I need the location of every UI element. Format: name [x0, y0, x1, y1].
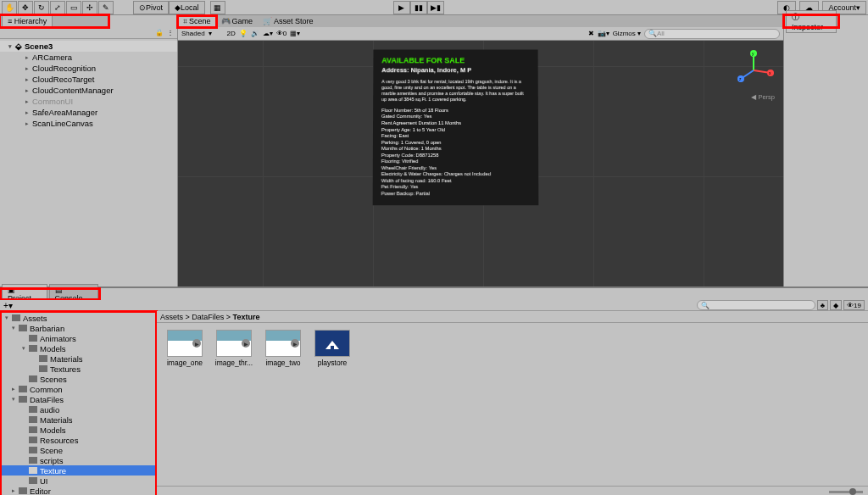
hierarchy-item[interactable]: ScanLineCanvas [0, 118, 177, 129]
project-tree-item[interactable]: scripts [0, 455, 156, 465]
project-content: Assets > DataFiles > Texture ▶ image_one… [157, 311, 868, 495]
gizmos-dropdown[interactable]: Gizmos ▾ [613, 30, 641, 37]
card-detail: Gated Community: Yes [381, 114, 530, 120]
card-address: Address: Nipania, Indore, M P [381, 66, 530, 75]
create-menu[interactable]: +▾ [3, 301, 13, 310]
card-detail: Power Backup: Partial [381, 191, 531, 197]
hierarchy-item[interactable]: ARCamera [0, 52, 177, 63]
rect-tool[interactable]: ▭ [66, 1, 81, 14]
hierarchy-item[interactable]: CommonUI [0, 96, 177, 107]
hierarchy-item[interactable]: SafeAreaManager [0, 107, 177, 118]
hierarchy-item[interactable]: CloudRecognition [0, 63, 177, 74]
project-tree-item[interactable]: DataFiles [0, 394, 156, 404]
move-tool[interactable]: ✥ [18, 1, 33, 14]
asset-thumbnail[interactable]: ▶ image_one [164, 330, 206, 367]
card-detail: Property Code: D8871258 [381, 153, 530, 159]
custom-tool[interactable]: ✎ [98, 1, 114, 14]
project-tree-item[interactable]: Barbarian [0, 323, 156, 333]
pivot-toggle[interactable]: ⊙ Pivot [133, 1, 169, 14]
scene-tab[interactable]: ⌗ Scene [178, 16, 216, 27]
scene-viewport[interactable]: AVAILABLE FOR SALE Address: Nipania, Ind… [178, 41, 783, 286]
audio-toggle[interactable]: 🔊 [251, 30, 259, 37]
grid-toggle[interactable]: ▦▾ [290, 30, 300, 37]
lighting-toggle[interactable]: 💡 [239, 30, 248, 37]
filter-type[interactable]: ◆ [830, 300, 842, 310]
breadcrumb[interactable]: Assets > DataFiles > Texture [157, 311, 868, 323]
project-tree-item[interactable]: audio [0, 404, 156, 414]
card-detail: Property Age: 1 to 5 Year Old [381, 127, 530, 134]
project-tree-item[interactable]: Materials [0, 414, 156, 425]
pause-button[interactable]: ▮▮ [410, 1, 427, 14]
camera-toggle[interactable]: 📷▾ [598, 30, 609, 37]
project-tree-item[interactable]: Models [0, 343, 156, 353]
inspector-tab-bar: ⓘ Inspector [784, 15, 838, 27]
project-tree-item[interactable]: Materials [0, 353, 156, 364]
card-detail: Floor Number: 5th of 18 Floors [381, 108, 530, 114]
inspector-panel: ⓘ Inspector [783, 15, 868, 286]
scene-ui-card: AVAILABLE FOR SALE Address: Nipania, Ind… [373, 49, 539, 205]
project-tree-item[interactable]: Textures [0, 364, 156, 374]
inspector-tab[interactable]: ⓘ Inspector [786, 10, 837, 33]
step-button[interactable]: ▶▮ [427, 1, 444, 14]
card-detail: WheelChair Friendly: Yes [381, 165, 530, 172]
filter-favorites[interactable]: ♣ [817, 300, 828, 310]
card-detail: Width of facing road: 160.0 Feet [381, 178, 531, 185]
hierarchy-panel: ≡ Hierarchy 🔒 ⋮ ⬙Scene3 ARCamera CloudRe… [0, 15, 178, 286]
card-detail: Electricity & Water Charges: Charges not… [381, 171, 530, 178]
asset-thumbnail[interactable]: ▶ image_thr... [213, 330, 255, 367]
project-tree-item[interactable]: Models [0, 425, 156, 435]
scene-toolbar: Shaded▾ 2D 💡 🔊 ☁▾ 👁0 ▦▾ ✖ 📷▾ Gizmos ▾ 🔍 … [178, 27, 783, 41]
card-detail: Rent Agreement Duration 11 Months [381, 120, 530, 127]
card-description: A very good 3 bhk flat for rental; locat… [381, 80, 530, 103]
hidden-toggle[interactable]: 👁0 [276, 30, 287, 37]
main-toolbar: ✋ ✥ ↻ ⤢ ▭ ✢ ✎ ⊙ Pivot ◆ Local ▦ ▶ ▮▮ ▶▮ … [0, 0, 868, 15]
hidden-count[interactable]: 👁19 [843, 300, 865, 310]
project-panel: ▣ Project ▤ Console +▾ 🔍 ♣ ◆ 👁19 Assets … [0, 286, 868, 495]
orientation-gizmo[interactable]: y x z [732, 49, 775, 92]
project-tree-item[interactable]: Common [0, 384, 156, 394]
project-search[interactable]: 🔍 [697, 300, 815, 310]
project-tree-item[interactable]: UI [0, 476, 156, 486]
project-tree-item[interactable]: Resources [0, 435, 156, 445]
card-detail: Pet Friendly: Yes [381, 184, 531, 191]
asset-thumbnail[interactable]: playstore [311, 330, 353, 367]
transform-tool[interactable]: ✢ [82, 1, 97, 14]
asset-store-tab[interactable]: 🛒 Asset Store [258, 16, 319, 26]
scene-root[interactable]: ⬙Scene3 [0, 41, 177, 52]
scene-search[interactable]: 🔍 All [644, 29, 780, 39]
project-tree-item[interactable]: Scene [0, 445, 156, 455]
project-tree-item[interactable]: Animators [0, 333, 156, 343]
hierarchy-tab[interactable]: ≡ Hierarchy [2, 15, 53, 27]
asset-thumbnail[interactable]: ▶ image_two [262, 330, 304, 367]
hand-tool[interactable]: ✋ [2, 1, 17, 14]
thumbnail-size-slider[interactable] [829, 491, 863, 493]
card-detail: Parking: 1 Covered, 0 open [381, 140, 530, 147]
hierarchy-tab-bar: ≡ Hierarchy [0, 15, 108, 27]
snap-toggle[interactable]: ▦ [210, 1, 225, 14]
project-tree-item[interactable]: Editor [0, 486, 156, 495]
fx-toggle[interactable]: ☁▾ [263, 30, 273, 37]
project-tree-item[interactable]: Assets [0, 313, 156, 323]
scene-panel: ⌗ Scene 🎮 Game 🛒 Asset Store Shaded▾ 2D … [178, 15, 783, 286]
project-tree: Assets Barbarian Animators Models Materi… [0, 311, 157, 495]
hierarchy-item[interactable]: CloudRecoTarget [0, 74, 177, 85]
tools-toggle[interactable]: ✖ [588, 30, 594, 37]
card-detail: Facing: East [381, 133, 530, 140]
projection-label[interactable]: ◀ Persp [751, 93, 775, 101]
shading-mode-dropdown[interactable]: Shaded [181, 30, 205, 37]
card-detail: Flooring: Vitrified [381, 159, 530, 165]
project-tree-item-selected[interactable]: Texture [0, 465, 156, 476]
hierarchy-item[interactable]: CloudContentManager [0, 85, 177, 96]
project-tree-item[interactable]: Scenes [0, 374, 156, 384]
2d-toggle[interactable]: 2D [227, 30, 236, 37]
hierarchy-options-icon[interactable]: ⋮ [167, 29, 174, 36]
card-title: AVAILABLE FOR SALE [381, 56, 529, 66]
hierarchy-lock-icon[interactable]: 🔒 [155, 29, 164, 36]
hierarchy-tree: ⬙Scene3 ARCamera CloudRecognition CloudR… [0, 39, 177, 131]
local-toggle[interactable]: ◆ Local [169, 1, 205, 14]
scale-tool[interactable]: ⤢ [50, 1, 65, 14]
game-tab[interactable]: 🎮 Game [216, 16, 259, 26]
play-button[interactable]: ▶ [393, 1, 410, 14]
rotate-tool[interactable]: ↻ [34, 1, 49, 14]
project-tab-bar: ▣ Project ▤ Console [0, 288, 100, 300]
